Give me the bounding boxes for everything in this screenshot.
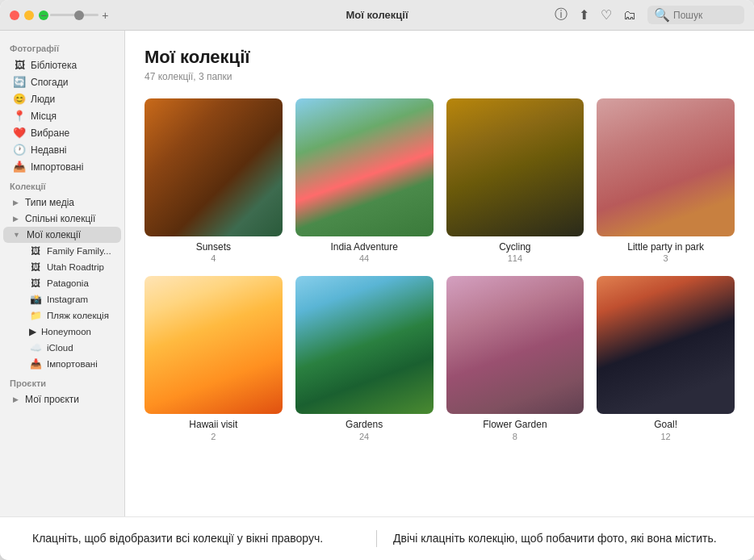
collection-count-party: 3 bbox=[597, 253, 735, 263]
favorites-icon: ❤️ bbox=[13, 127, 26, 139]
imported-sub-icon: 📥 bbox=[29, 358, 42, 370]
add-collection-icon[interactable]: 🗂 bbox=[623, 8, 636, 23]
collection-count-goal: 12 bbox=[597, 432, 735, 441]
sidebar: Фотографії 🖼 Бібліотека 🔄 Спогади 😊 Люди… bbox=[0, 31, 125, 516]
collection-name-sunsets: Sunsets bbox=[145, 241, 283, 254]
imported-icon: 📥 bbox=[13, 161, 26, 173]
collection-name-india: India Adventure bbox=[295, 241, 434, 254]
collection-count-sunsets: 4 bbox=[145, 253, 283, 263]
sidebar-item-label: Місця bbox=[31, 111, 57, 122]
chevron-right-icon: ▶ bbox=[13, 199, 19, 207]
sidebar-item-my-collections[interactable]: ▼ Мої колекції bbox=[3, 227, 121, 243]
chevron-right-icon: ▶ bbox=[29, 326, 36, 337]
callout-click-text: Клацніть, щоб відобразити всі колекції у… bbox=[32, 532, 323, 545]
sidebar-item-label: Спогади bbox=[31, 77, 68, 88]
sidebar-sub-item-imported-sub[interactable]: 📥 Імпортовані bbox=[3, 356, 121, 372]
page-title: Мої колекції bbox=[145, 47, 735, 68]
sidebar-sub-item-label: Імпортовані bbox=[47, 359, 98, 369]
sidebar-item-memories[interactable]: 🔄 Спогади bbox=[3, 73, 121, 90]
chevron-down-icon: ▼ bbox=[13, 231, 20, 239]
sidebar-item-favorites[interactable]: ❤️ Вибране bbox=[3, 124, 121, 141]
sidebar-item-label: Типи медіа bbox=[25, 197, 74, 208]
sidebar-sub-item-honeymoon[interactable]: ▶ Honeymoon bbox=[3, 324, 121, 340]
main-content: Мої колекції 47 колекції, 3 папки Sunset… bbox=[125, 31, 754, 516]
app-body: Фотографії 🖼 Бібліотека 🔄 Спогади 😊 Люди… bbox=[0, 31, 754, 516]
minimize-button[interactable] bbox=[24, 10, 34, 20]
collection-item-little-party-park[interactable]: Little party in park 3 bbox=[597, 98, 735, 263]
places-icon: 📍 bbox=[13, 110, 26, 122]
sidebar-sub-item-beach-collection[interactable]: 📁 Пляж колекція bbox=[3, 307, 121, 324]
collection-name-hawaii: Hawaii visit bbox=[145, 419, 283, 432]
bottom-callouts: Клацніть, щоб відобразити всі колекції у… bbox=[0, 516, 754, 560]
collection-item-hawaii-visit[interactable]: Hawaii visit 2 bbox=[145, 276, 283, 441]
search-box[interactable]: 🔍 bbox=[647, 6, 744, 24]
zoom-in-button[interactable]: + bbox=[102, 9, 108, 22]
sidebar-sub-item-label: Patagonia bbox=[47, 278, 89, 288]
search-icon: 🔍 bbox=[654, 7, 670, 23]
memories-icon: 🔄 bbox=[13, 76, 26, 88]
collection-item-india-adventure[interactable]: India Adventure 44 bbox=[295, 98, 434, 263]
sidebar-item-label: Бібліотека bbox=[31, 60, 77, 71]
sidebar-sub-item-instagram[interactable]: 📸 Instagram bbox=[3, 291, 121, 307]
collection-thumb-cycling bbox=[446, 98, 584, 236]
sidebar-item-label: Вибране bbox=[31, 127, 69, 139]
collection-item-sunsets[interactable]: Sunsets 4 bbox=[145, 98, 283, 263]
info-icon[interactable]: ⓘ bbox=[555, 6, 568, 23]
sidebar-item-people[interactable]: 😊 Люди bbox=[3, 90, 121, 107]
album-icon: 🖼 bbox=[29, 261, 42, 273]
titlebar: − + Мої колекції ⓘ ⬆ ♡ 🗂 🔍 bbox=[0, 0, 754, 31]
sidebar-item-shared[interactable]: ▶ Спільні колекції bbox=[3, 211, 121, 227]
sidebar-sub-item-utah-roadtrip[interactable]: 🖼 Utah Roadtrip bbox=[3, 259, 121, 275]
sidebar-sub-item-patagonia[interactable]: 🖼 Patagonia bbox=[3, 275, 121, 291]
sidebar-item-label: Мої колекції bbox=[27, 229, 81, 240]
sidebar-item-label: Спільні колекції bbox=[25, 213, 95, 224]
collection-count-cycling: 114 bbox=[446, 253, 584, 263]
collection-count-flower: 8 bbox=[446, 432, 584, 441]
icloud-icon: ☁️ bbox=[29, 342, 42, 353]
slider-track bbox=[50, 14, 98, 16]
zoom-out-button[interactable]: − bbox=[40, 9, 47, 22]
collection-item-gardens[interactable]: Gardens 24 bbox=[295, 276, 434, 441]
sidebar-item-label: Люди bbox=[31, 94, 55, 105]
sidebar-item-library[interactable]: 🖼 Бібліотека bbox=[3, 56, 121, 73]
album-icon: 🖼 bbox=[29, 245, 42, 257]
collection-count-india: 44 bbox=[295, 253, 434, 263]
collection-thumb-hawaii bbox=[145, 276, 283, 414]
heart-icon[interactable]: ♡ bbox=[601, 7, 612, 23]
projects-section-label: Проєкти bbox=[0, 372, 124, 391]
collections-section-label: Колекції bbox=[0, 175, 124, 194]
close-button[interactable] bbox=[10, 10, 19, 20]
sidebar-item-media-types[interactable]: ▶ Типи медіа bbox=[3, 194, 121, 211]
sidebar-sub-item-label: Instagram bbox=[47, 295, 88, 304]
collection-name-gardens: Gardens bbox=[295, 419, 434, 432]
share-icon[interactable]: ⬆ bbox=[579, 7, 589, 23]
sidebar-sub-item-label: Пляж колекція bbox=[47, 311, 109, 320]
collection-thumb-flower bbox=[446, 276, 584, 414]
sidebar-sub-item-family-family[interactable]: 🖼 Family Family... bbox=[3, 243, 121, 259]
sidebar-item-recent[interactable]: 🕐 Недавні bbox=[3, 141, 121, 158]
search-input[interactable] bbox=[673, 10, 738, 21]
titlebar-controls: ⓘ ⬆ ♡ 🗂 🔍 bbox=[555, 6, 744, 24]
collections-grid: Sunsets 4 India Adventure 44 Cycling 114… bbox=[145, 98, 735, 441]
page-subtitle: 47 колекції, 3 папки bbox=[145, 71, 735, 82]
collection-thumb-sunsets bbox=[145, 98, 283, 236]
sidebar-item-my-projects[interactable]: ▶ Мої проєкти bbox=[3, 391, 121, 407]
sidebar-item-imported[interactable]: 📥 Імпортовані bbox=[3, 158, 121, 175]
collection-item-cycling[interactable]: Cycling 114 bbox=[446, 98, 584, 263]
collection-count-hawaii: 2 bbox=[145, 432, 283, 441]
slider-thumb bbox=[74, 10, 84, 20]
collection-thumb-goal bbox=[597, 276, 735, 414]
collection-name-party: Little party in park bbox=[597, 241, 735, 254]
sidebar-item-label: Недавні bbox=[31, 144, 66, 156]
sidebar-sub-item-label: Utah Roadtrip bbox=[47, 262, 104, 272]
sidebar-item-label: Імпортовані bbox=[31, 161, 83, 173]
sidebar-sub-item-label: Honeymoon bbox=[41, 327, 91, 336]
sidebar-sub-item-label: Family Family... bbox=[47, 246, 111, 256]
window-title: Мої колекції bbox=[346, 9, 408, 21]
collection-item-goal[interactable]: Goal! 12 bbox=[597, 276, 735, 441]
sidebar-sub-item-icloud[interactable]: ☁️ iCloud bbox=[3, 340, 121, 356]
chevron-right-icon: ▶ bbox=[13, 395, 19, 403]
sidebar-item-places[interactable]: 📍 Місця bbox=[3, 107, 121, 124]
zoom-slider[interactable]: − + bbox=[40, 9, 108, 22]
collection-item-flower-garden[interactable]: Flower Garden 8 bbox=[446, 276, 584, 441]
